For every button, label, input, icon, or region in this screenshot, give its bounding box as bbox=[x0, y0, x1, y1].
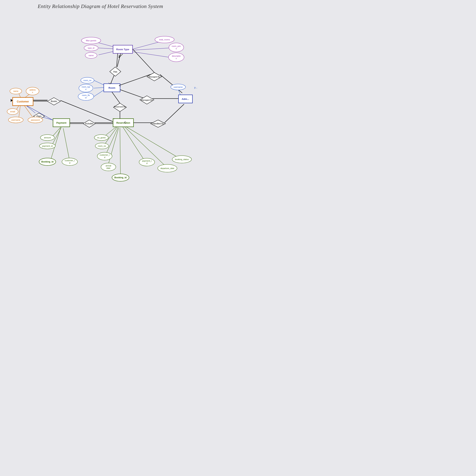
books-label: Books bbox=[51, 100, 57, 103]
email-text: email bbox=[10, 110, 15, 113]
res-booking-id-text: Booking_id bbox=[114, 176, 126, 179]
svg-line-3 bbox=[132, 41, 162, 49]
svg-line-39 bbox=[108, 128, 119, 166]
room-type-label: Room Type bbox=[116, 48, 129, 51]
svg-line-35 bbox=[63, 128, 70, 161]
booking-id-payment-text: Booking_id bbox=[41, 160, 53, 163]
room-floor-text: room_flo bbox=[82, 94, 90, 96]
admin-label: Adm... bbox=[182, 98, 189, 101]
erd-svg: Room Type Room Customer Payment Reservat… bbox=[0, 0, 201, 201]
payment-id-text: payment_id bbox=[42, 145, 53, 147]
address-text: addres bbox=[29, 89, 36, 91]
room-type-attr-text2: e bbox=[85, 88, 86, 90]
diagram-container: Entity Relationship Diagram of Hotel Res… bbox=[0, 0, 201, 201]
svg-line-14 bbox=[119, 74, 151, 85]
svg-line-18 bbox=[112, 91, 120, 103]
room-price-text: room_pric bbox=[172, 45, 181, 47]
res-room-no-text: room_no bbox=[98, 145, 106, 147]
description-text: descriptio bbox=[172, 55, 181, 57]
res-customer-id-text: customer_i bbox=[100, 154, 110, 156]
room-type-name-text: name bbox=[88, 54, 94, 56]
customer-id-payment-text2: d bbox=[69, 162, 70, 164]
svg-line-13 bbox=[94, 89, 105, 97]
description-text2: n bbox=[176, 57, 177, 60]
room-price-text2: e bbox=[176, 47, 177, 50]
password-text: password bbox=[31, 119, 40, 121]
room-no-text: room_no bbox=[83, 79, 91, 82]
customer-name-text: name bbox=[13, 90, 18, 92]
res-payment-id-text: payment_i bbox=[142, 160, 152, 162]
room-floor-text2: or bbox=[85, 97, 87, 99]
svg-line-15 bbox=[160, 74, 182, 93]
svg-line-31 bbox=[165, 104, 184, 123]
svg-line-11 bbox=[94, 80, 105, 85]
customer-label: Customer bbox=[17, 100, 29, 103]
managed-by-top-label: Managed By bbox=[149, 76, 160, 78]
payment-label: Payment bbox=[56, 121, 67, 124]
res-customer-id-text2: d bbox=[104, 156, 105, 158]
arrival-date-text: arrival bbox=[106, 165, 111, 167]
managed-by-mid-label: Managed By bbox=[141, 99, 153, 101]
svg-line-12 bbox=[94, 87, 105, 88]
svg-line-4 bbox=[132, 48, 169, 50]
type-id-text: type_id bbox=[88, 47, 94, 49]
customer-arrow bbox=[11, 99, 13, 102]
admin-p-attr: p... bbox=[194, 86, 197, 89]
max-guests-text: Max guests bbox=[86, 39, 97, 42]
reserved-by-label: Reserved By bbox=[114, 106, 126, 108]
amount-text: amount bbox=[44, 136, 51, 139]
admin-username-text: username bbox=[174, 86, 183, 88]
reservation-label: Reservation bbox=[116, 121, 130, 124]
includes-label: Includes bbox=[85, 122, 94, 125]
svg-line-16 bbox=[119, 89, 145, 99]
has-label: Has bbox=[113, 70, 117, 73]
total-rooms-text: total_rooms bbox=[159, 38, 170, 41]
handled-by-label: Handled by bbox=[153, 122, 164, 125]
svg-line-40 bbox=[120, 128, 120, 176]
customer-id-payment-text: customer_i bbox=[65, 159, 75, 162]
no-guest-text: no_guest bbox=[97, 136, 105, 139]
room-type-attr-text: room_typ bbox=[82, 86, 90, 88]
svg-line-41 bbox=[123, 127, 145, 161]
svg-line-38 bbox=[106, 127, 118, 155]
arrival-date-text2: date bbox=[106, 167, 110, 169]
room-label: Room bbox=[109, 86, 116, 89]
res-payment-id-text2: d bbox=[146, 162, 147, 164]
customer-username-text: username bbox=[11, 119, 20, 121]
svg-line-8 bbox=[132, 48, 154, 72]
address-text2: s bbox=[32, 91, 33, 93]
svg-line-32 bbox=[52, 126, 61, 137]
booking-status-text: booking_status bbox=[175, 158, 189, 160]
departure-date-text: departure_date bbox=[160, 167, 174, 170]
